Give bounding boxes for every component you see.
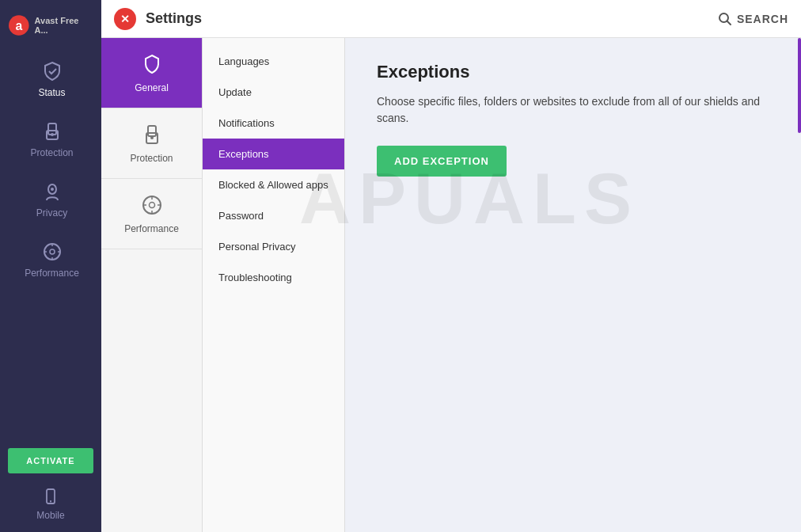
app-logo-text: Avast Free A...: [35, 16, 93, 35]
category-protection-label: Protection: [130, 153, 173, 164]
sidebar: a Avast Free A... Status Protection: [0, 0, 101, 532]
sidebar-item-mobile[interactable]: Mobile: [36, 480, 64, 532]
add-exception-button[interactable]: ADD EXCEPTION: [377, 146, 507, 177]
svg-point-19: [150, 136, 154, 139]
svg-point-21: [149, 203, 154, 208]
categories-panel: General Protection: [101, 38, 203, 532]
category-performance-label: Performance: [124, 223, 179, 234]
settings-body: General Protection: [101, 38, 801, 532]
general-icon: [140, 52, 164, 76]
svg-line-16: [727, 21, 731, 25]
app-logo: a Avast Free A...: [0, 8, 101, 43]
mobile-label: Mobile: [36, 510, 64, 521]
content-title: Exceptions: [377, 62, 769, 82]
settings-wrap: ✕ Settings SEARCH G: [101, 0, 801, 532]
sidebar-item-status[interactable]: Status: [0, 49, 101, 109]
protection-icon: [41, 120, 63, 142]
submenu-panel: Languages Update Notifications Exception…: [203, 38, 345, 532]
privacy-icon: [41, 180, 63, 203]
submenu-password[interactable]: Password: [203, 200, 344, 231]
svg-point-6: [51, 188, 54, 191]
cat-performance-icon: [140, 193, 164, 217]
sidebar-item-protection[interactable]: Protection: [0, 109, 101, 169]
submenu-notifications[interactable]: Notifications: [203, 108, 344, 139]
svg-rect-17: [148, 126, 156, 136]
content-panel: Exceptions Choose specific files, folder…: [345, 38, 801, 532]
svg-rect-2: [48, 124, 56, 135]
submenu-exceptions[interactable]: Exceptions: [203, 139, 344, 169]
category-performance[interactable]: Performance: [101, 179, 202, 249]
settings-container: ✕ Settings SEARCH G: [101, 0, 801, 532]
search-area[interactable]: SEARCH: [718, 12, 788, 26]
sidebar-privacy-label: Privacy: [36, 207, 67, 218]
submenu-languages[interactable]: Languages: [203, 46, 344, 77]
search-label: SEARCH: [737, 13, 788, 25]
mobile-icon: [42, 488, 59, 505]
avast-logo-icon: a: [8, 14, 30, 36]
sidebar-performance-label: Performance: [25, 268, 79, 279]
submenu-update[interactable]: Update: [203, 77, 344, 108]
category-general[interactable]: General: [101, 38, 202, 108]
activate-button[interactable]: ACTIVATE: [8, 448, 93, 473]
close-button[interactable]: ✕: [114, 8, 136, 30]
sidebar-protection-label: Protection: [30, 147, 73, 158]
sidebar-item-performance[interactable]: Performance: [0, 230, 101, 290]
svg-point-8: [50, 249, 55, 254]
scrollbar-accent: [798, 38, 801, 133]
cat-protection-icon: [140, 123, 164, 146]
sidebar-item-privacy[interactable]: Privacy: [0, 169, 101, 230]
category-protection[interactable]: Protection: [101, 108, 202, 179]
settings-header: ✕ Settings SEARCH: [101, 0, 801, 38]
sidebar-status-label: Status: [38, 87, 65, 98]
svg-point-4: [51, 133, 54, 136]
content-description: Choose specific files, folders or websit…: [377, 93, 769, 127]
svg-text:a: a: [15, 19, 22, 32]
submenu-personal-privacy[interactable]: Personal Privacy: [203, 231, 344, 262]
settings-title: Settings: [146, 10, 708, 27]
submenu-blocked-allowed[interactable]: Blocked & Allowed apps: [203, 169, 344, 200]
search-icon: [718, 12, 732, 26]
category-general-label: General: [135, 82, 169, 93]
submenu-troubleshooting[interactable]: Troubleshooting: [203, 262, 344, 293]
status-icon: [41, 60, 63, 82]
sidebar-performance-icon: [41, 241, 63, 263]
